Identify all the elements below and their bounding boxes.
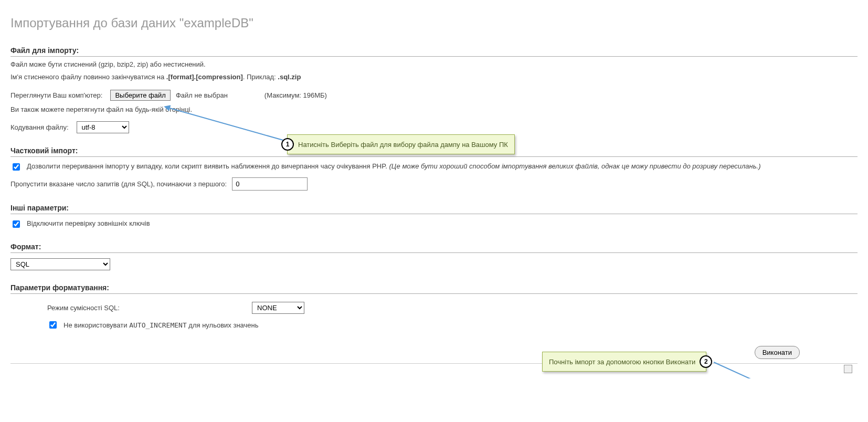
file-compress-hint: Файл може бути стиснений (gzip, bzip2, z…	[10, 60, 858, 69]
callout-2-text: Почніть імпорт за допомогою кнопки Викон…	[549, 358, 695, 366]
allow-break-label: Дозволити переривання імпорту у випадку,…	[27, 162, 761, 170]
callout-1-number: 1	[281, 138, 294, 151]
page-title: Імпортування до бази даних "exampleDB"	[10, 16, 858, 30]
callout-2: Почніть імпорт за допомогою кнопки Викон…	[542, 352, 706, 372]
file-status: Файл не выбран	[176, 91, 228, 99]
noai-checkbox[interactable]	[49, 321, 57, 329]
resize-handle-icon	[844, 365, 852, 373]
allow-break-checkbox[interactable]	[13, 163, 20, 171]
section-format-header: Формат:	[10, 242, 858, 253]
callout-1-text: Натисніть Виберіть файл для вибору файла…	[298, 141, 508, 149]
compat-label: Режим сумісності SQL:	[10, 304, 252, 312]
browse-file-button[interactable]: Выберите файл	[110, 90, 170, 101]
svg-line-1	[714, 362, 771, 378]
callout-2-number: 2	[700, 355, 712, 368]
compat-select[interactable]: NONE	[252, 302, 304, 314]
noai-label: Не використовувати AUTO_INCREMENT для ну…	[63, 321, 258, 329]
skip-input[interactable]	[232, 177, 308, 191]
footer-divider	[10, 363, 858, 364]
format-select[interactable]: SQL	[10, 258, 110, 270]
callout-1: 1 Натисніть Виберіть файл для вибору фай…	[287, 134, 515, 154]
encoding-select[interactable]: utf-8	[77, 121, 129, 133]
section-file-header: Файл для імпорту:	[10, 46, 858, 57]
drag-hint: Ви також можете перетягнути файл на будь…	[10, 105, 858, 114]
file-name-hint: Ім'я стисненого файлу повинно закінчуват…	[10, 72, 858, 82]
skip-label: Пропустити вказане число запитів (для SQ…	[10, 180, 227, 188]
callout-2-arrow	[708, 360, 782, 378]
disable-fk-label: Відключити перевірку зовнішніх ключів	[27, 219, 150, 227]
execute-button[interactable]: Виконати	[755, 346, 800, 359]
section-other-header: Інші параметри:	[10, 204, 858, 214]
encoding-label: Кодування файлу:	[10, 123, 69, 131]
max-size: (Максимум: 196МБ)	[264, 91, 327, 99]
disable-fk-checkbox[interactable]	[13, 220, 20, 228]
browse-label: Переглянути Ваш комп'ютер:	[10, 91, 102, 99]
section-fmtparams-header: Параметри форматування:	[10, 283, 858, 294]
